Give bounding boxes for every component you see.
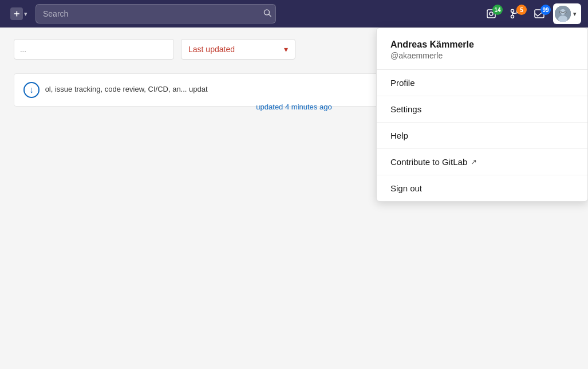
- search-input[interactable]: [35, 4, 276, 23]
- dropdown-username: Andreas Kämmerle: [390, 40, 574, 50]
- svg-line-1: [269, 14, 271, 17]
- issues-badge: 14: [492, 5, 503, 15]
- dropdown-handle: @akaemmerle: [390, 51, 574, 60]
- new-button[interactable]: ＋ ▾: [7, 5, 31, 22]
- navbar-right: 14 5 99: [481, 3, 581, 24]
- update-footer-text: updated 4 minutes ago: [256, 103, 332, 111]
- new-chevron-icon: ▾: [24, 10, 27, 18]
- dropdown-item-signout[interactable]: Sign out: [377, 175, 587, 201]
- dropdown-header: Andreas Kämmerle @akaemmerle: [377, 28, 587, 70]
- merge-requests-button[interactable]: 5: [505, 6, 526, 22]
- svg-point-3: [490, 12, 493, 15]
- dropdown-item-settings[interactable]: Settings: [377, 96, 587, 123]
- sort-chevron-icon: ▾: [284, 45, 288, 54]
- dropdown-item-profile[interactable]: Profile: [377, 70, 587, 96]
- plus-icon: ＋: [10, 7, 23, 20]
- avatar: [555, 6, 571, 22]
- navbar-left: ＋ ▾: [7, 5, 31, 22]
- sort-label: Last updated: [188, 45, 235, 54]
- filter-input[interactable]: [14, 39, 174, 60]
- ci-icon: ↓: [23, 82, 40, 98]
- user-chevron-icon: ▾: [573, 10, 577, 18]
- dropdown-item-help[interactable]: Help: [377, 123, 587, 149]
- search-bar: [35, 4, 276, 23]
- mr-badge: 5: [516, 5, 527, 15]
- project-description: ↓ ol, issue tracking, code review, CI/CD…: [23, 85, 208, 93]
- sort-dropdown[interactable]: Last updated ▾: [181, 39, 295, 60]
- user-menu-button[interactable]: ▾: [553, 3, 581, 24]
- todos-badge: 99: [540, 5, 551, 15]
- search-icon[interactable]: [263, 9, 271, 19]
- svg-point-4: [511, 10, 514, 13]
- issues-button[interactable]: 14: [481, 6, 502, 22]
- external-link-icon: ↗: [471, 158, 477, 166]
- user-dropdown-menu: Andreas Kämmerle @akaemmerle Profile Set…: [376, 28, 588, 202]
- svg-point-5: [511, 15, 514, 18]
- todos-button[interactable]: 99: [529, 6, 550, 22]
- dropdown-item-contribute[interactable]: Contribute to GitLab ↗: [377, 149, 587, 175]
- navbar: ＋ ▾ 14: [0, 0, 588, 28]
- svg-point-10: [560, 9, 566, 15]
